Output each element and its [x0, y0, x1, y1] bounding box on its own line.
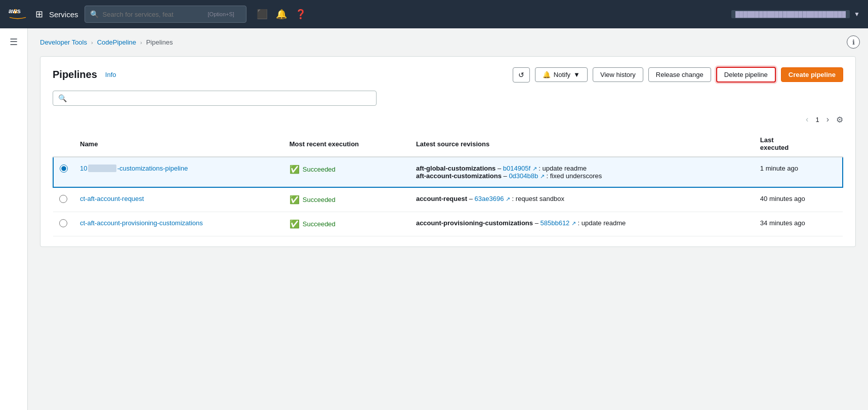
row1-ext1: ↗ [532, 166, 537, 172]
breadcrumb-sep1: › [91, 39, 93, 46]
row3-revisions-cell: account-provisioning-customizations – 58… [410, 212, 754, 236]
row2-status-text: Succeeded [303, 196, 336, 203]
row1-pipeline-link[interactable]: 10██████-customizations-pipeline [80, 165, 188, 172]
row2-sep1: – [469, 195, 475, 202]
row3-pipeline-link[interactable]: ct-aft-account-provisioning-customizatio… [80, 219, 203, 227]
row1-status-cell: ✅ Succeeded [283, 157, 410, 187]
search-input[interactable] [103, 11, 204, 18]
terminal-icon[interactable]: ⬛ [257, 9, 268, 20]
page-layout: ☰ Developer Tools › CodePipeline › Pipel… [0, 28, 868, 410]
breadcrumb-codepipeline[interactable]: CodePipeline [97, 38, 136, 46]
search-shortcut: [Option+S] [208, 11, 234, 17]
row1-commit2[interactable]: 0d304b8b [509, 172, 538, 180]
delete-pipeline-button[interactable]: Delete pipeline [716, 67, 776, 83]
services-label[interactable]: Services [49, 10, 78, 19]
row1-repo1: aft-global-customizations [416, 165, 495, 172]
row1-select-cell[interactable] [53, 157, 74, 187]
row1-sep2: – [504, 172, 509, 180]
search-bar[interactable]: 🔍 [Option+S] [85, 6, 246, 23]
pipelines-panel: Pipelines Info ↺ 🔔 Notify ▼ View history… [40, 56, 856, 247]
toolbar: Pipelines Info ↺ 🔔 Notify ▼ View history… [53, 67, 843, 83]
svg-text:aws: aws [9, 9, 21, 15]
row2-radio[interactable] [59, 195, 67, 203]
breadcrumb: Developer Tools › CodePipeline › Pipelin… [40, 38, 856, 46]
pipeline-table: Name Most recent execution Latest source… [53, 131, 843, 236]
row3-select-cell[interactable] [53, 212, 74, 236]
prev-page-button[interactable]: ‹ [803, 114, 811, 125]
row1-repo2: aft-account-customizations [416, 172, 502, 180]
sidebar-toggle: ☰ [0, 28, 28, 410]
row2-pipeline-link[interactable]: ct-aft-account-request [80, 195, 144, 202]
aws-logo-img: aws [8, 9, 27, 20]
table-row: ct-aft-account-provisioning-customizatio… [53, 212, 843, 236]
row1-radio[interactable] [60, 165, 68, 173]
row2-ext1: ↗ [506, 196, 510, 202]
delete-pipeline-label: Delete pipeline [724, 71, 768, 78]
pipeline-search-input[interactable] [70, 95, 371, 102]
notify-dropdown-icon: ▼ [573, 71, 580, 78]
notify-button[interactable]: 🔔 Notify ▼ [535, 67, 588, 82]
bell-notify-icon: 🔔 [543, 71, 551, 78]
grid-icon[interactable]: ⊞ [35, 9, 43, 20]
row2-commit1[interactable]: 63ae3696 [475, 195, 504, 202]
row1-note1: : update readme [539, 165, 587, 172]
row1-revisions-cell: aft-global-customizations – b014905f ↗ :… [410, 157, 754, 187]
refresh-button[interactable]: ↺ [513, 67, 530, 83]
row2-repo1: account-request [416, 195, 467, 202]
user-area[interactable]: ████████████████████████████ [731, 10, 850, 18]
nav-right: ████████████████████████████ ▼ [731, 10, 860, 18]
success-icon-2: ✅ [290, 195, 300, 204]
row3-ext1: ↗ [571, 220, 576, 226]
nav-dropdown-arrow[interactable]: ▼ [854, 11, 860, 18]
release-change-label: Release change [656, 71, 704, 78]
user-account-text: ████████████████████████████ [731, 10, 850, 18]
create-pipeline-button[interactable]: Create pipeline [781, 67, 843, 82]
nav-icons: ⬛ 🔔 ❓ [257, 9, 306, 20]
main-content: Developer Tools › CodePipeline › Pipelin… [28, 28, 868, 410]
row3-radio[interactable] [59, 219, 67, 227]
help-icon[interactable]: ❓ [295, 9, 306, 20]
table-row: ct-aft-account-request ✅ Succeeded accou… [53, 187, 843, 212]
col-name: Name [74, 131, 283, 157]
row1-source1: aft-global-customizations – b014905f ↗ :… [416, 165, 748, 172]
row3-status-text: Succeeded [303, 220, 336, 228]
release-change-button[interactable]: Release change [648, 67, 711, 82]
view-history-button[interactable]: View history [593, 67, 643, 82]
info-button[interactable]: Info [105, 71, 116, 78]
top-nav: aws ⊞ Services 🔍 [Option+S] ⬛ 🔔 ❓ ██████… [0, 0, 868, 28]
row1-name-cell: 10██████-customizations-pipeline [74, 157, 283, 187]
aws-logo[interactable]: aws [8, 9, 27, 20]
bell-icon[interactable]: 🔔 [276, 9, 287, 20]
row3-last-executed: 34 minutes ago [754, 212, 843, 236]
next-page-button[interactable]: › [823, 114, 832, 125]
row1-sep1: – [498, 165, 503, 172]
row1-last-executed: 1 minute ago [754, 157, 843, 187]
breadcrumb-developer-tools[interactable]: Developer Tools [40, 38, 87, 46]
pipeline-search-bar[interactable]: 🔍 [53, 91, 377, 106]
row2-last-executed: 40 minutes ago [754, 187, 843, 212]
hamburger-icon[interactable]: ☰ [10, 36, 18, 48]
table-header: Name Most recent execution Latest source… [53, 131, 843, 157]
row2-status-cell: ✅ Succeeded [283, 187, 410, 212]
row1-source2: aft-account-customizations – 0d304b8b ↗ … [416, 172, 748, 180]
notify-label: Notify [554, 71, 570, 78]
breadcrumb-pipelines: Pipelines [146, 38, 173, 46]
settings-button[interactable]: ⚙ [836, 115, 843, 125]
row3-repo1: account-provisioning-customizations [416, 219, 533, 227]
col-select [53, 131, 74, 157]
row1-commit1[interactable]: b014905f [503, 165, 530, 172]
info-circle-button[interactable]: ℹ [847, 35, 860, 49]
row1-note2: : fixed underscores [546, 172, 602, 180]
row2-select-cell[interactable] [53, 187, 74, 212]
search-icon-static: 🔍 [58, 94, 67, 102]
row3-name-cell: ct-aft-account-provisioning-customizatio… [74, 212, 283, 236]
row1-ext2: ↗ [540, 173, 545, 179]
row2-status: ✅ Succeeded [290, 195, 404, 204]
row3-commit1[interactable]: 585bb612 [541, 219, 570, 227]
row1-status-text: Succeeded [303, 166, 336, 173]
row2-source1: account-request – 63ae3696 ↗ : request s… [416, 195, 748, 202]
row3-source1: account-provisioning-customizations – 58… [416, 219, 748, 227]
table-body: 10██████-customizations-pipeline ✅ Succe… [53, 157, 843, 236]
page-title: Pipelines [53, 69, 97, 80]
col-revisions: Latest source revisions [410, 131, 754, 157]
